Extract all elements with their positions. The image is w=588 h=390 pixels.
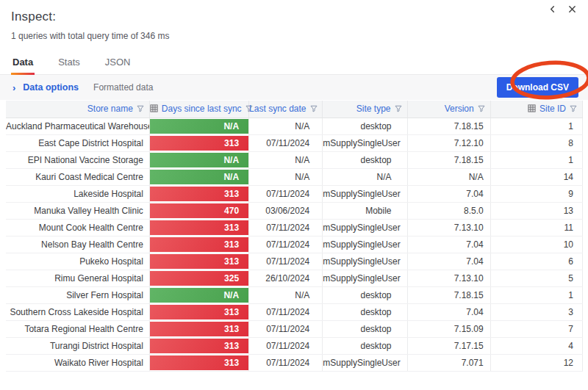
window-controls — [548, 5, 576, 13]
column-header-days-since-last-sync[interactable]: Days since last sync — [149, 101, 248, 118]
column-header-site-id[interactable]: Site ID — [490, 101, 582, 118]
cell-version: N/A — [407, 168, 490, 185]
cell-site_id: 3 — [490, 303, 582, 320]
tab-stats[interactable]: Stats — [57, 54, 82, 74]
cell-date: 07/11/2024 — [249, 185, 323, 202]
cell-site_type: desktop — [323, 118, 407, 134]
filter-icon[interactable] — [395, 105, 402, 112]
table-row: Auckland Pharmaceutical WarehouseN/AN/Ad… — [6, 118, 583, 134]
table-header-row: Store nameDays since last syncLast sync … — [6, 101, 583, 118]
data-table: Store nameDays since last syncLast sync … — [6, 101, 583, 372]
inspect-drawer: { "window": { "title": "Inspect:", "subt… — [0, 0, 588, 390]
cell-date: 07/11/2024 — [249, 354, 323, 371]
cell-store: Totara Regional Health Centre — [6, 320, 149, 337]
filter-icon[interactable] — [310, 105, 318, 112]
table-row: Waikato River Hospital31307/11/2024mSupp… — [6, 354, 583, 371]
cell-site_id: 12 — [490, 354, 582, 371]
cell-site_type: mSupplySingleUser — [323, 354, 407, 371]
cell-version: 7.04 — [407, 253, 490, 270]
cell-store: Silver Fern Hospital — [6, 286, 149, 303]
cell-version: 7.18.15 — [407, 151, 490, 168]
cell-store: Waikato River Hospital — [6, 354, 149, 371]
cell-site_type: mSupplySingleUser — [323, 134, 407, 151]
days-gauge-cell: 313 — [150, 305, 248, 319]
table-row: East Cape District Hospital31307/11/2024… — [6, 134, 583, 151]
inspect-header: Inspect: 1 queries with total query time… — [0, 0, 588, 41]
cell-version: 7.18.15 — [407, 286, 490, 303]
cell-days: 325 — [149, 270, 248, 286]
days-gauge-cell: 313 — [150, 187, 248, 201]
table-row: Lakeside Hospital31307/11/2024mSupplySin… — [6, 185, 583, 202]
cell-version: 7.12.10 — [407, 134, 490, 151]
cell-site_id: 14 — [490, 168, 582, 185]
days-gauge-cell: 313 — [150, 355, 248, 370]
days-gauge-cell: 470 — [150, 203, 248, 218]
cell-days: 313 — [149, 134, 248, 151]
column-header-version[interactable]: Version — [407, 101, 490, 118]
chevron-left-icon[interactable] — [548, 5, 556, 13]
cell-version: 7.15.09 — [407, 320, 490, 337]
cell-days: 313 — [149, 219, 248, 236]
cell-site_id: 8 — [490, 134, 582, 151]
cell-days: N/A — [149, 151, 248, 168]
cell-site_type: Mobile — [323, 202, 407, 219]
cell-date: 03/06/2024 — [249, 202, 323, 219]
days-gauge-cell: 313 — [150, 220, 248, 235]
table-row: Mount Cook Health Centre31307/11/2024mSu… — [6, 219, 583, 236]
table-row: Silver Fern HospitalN/AN/Adesktop7.18.15… — [6, 286, 583, 303]
cell-days: 313 — [149, 236, 248, 253]
cell-site_id: 5 — [490, 270, 582, 286]
data-options-summary: Formatted data — [93, 82, 153, 93]
cell-store: Pukeko Hospital — [6, 253, 149, 270]
table-row: Turangi District Hospital31307/11/2024de… — [6, 337, 583, 354]
column-header-last-sync-date[interactable]: Last sync date — [249, 101, 323, 118]
cell-version: 7.17.15 — [407, 337, 490, 354]
column-header-label: Last sync date — [249, 104, 306, 114]
cell-days: N/A — [149, 168, 248, 185]
cell-store: Lakeside Hospital — [6, 185, 149, 202]
cell-version: 7.04 — [407, 185, 490, 202]
close-icon[interactable] — [568, 5, 576, 13]
download-csv-button[interactable]: Download CSV — [497, 77, 578, 98]
grid-icon — [528, 104, 536, 112]
cell-date: 26/10/2024 — [249, 270, 323, 286]
column-header-site-type[interactable]: Site type — [323, 101, 407, 118]
table-row: Rimu General Hospital32526/10/2024mSuppl… — [6, 270, 583, 286]
cell-store: Rimu General Hospital — [6, 270, 149, 286]
table-body: Auckland Pharmaceutical WarehouseN/AN/Ad… — [6, 118, 583, 371]
cell-store: Southern Cross Lakeside Hospital — [6, 303, 149, 320]
data-options-toggle[interactable]: Data options — [23, 82, 79, 93]
cell-site_type: N/A — [323, 168, 407, 185]
cell-store: Turangi District Hospital — [6, 337, 149, 354]
days-gauge-cell: N/A — [150, 170, 248, 184]
cell-date: 07/11/2024 — [249, 236, 323, 253]
filter-icon[interactable] — [478, 105, 485, 112]
filter-icon[interactable] — [137, 105, 144, 112]
cell-site_id: 6 — [490, 253, 582, 270]
cell-store: Nelson Bay Health Centre — [6, 236, 149, 253]
table-row: Totara Regional Health Centre31307/11/20… — [6, 320, 583, 337]
table-row: Manuka Valley Health Clinic47003/06/2024… — [6, 202, 583, 219]
cell-site_id: 9 — [490, 185, 582, 202]
days-gauge-cell: 313 — [150, 322, 248, 336]
days-gauge-cell: 313 — [150, 254, 248, 269]
chevron-right-icon[interactable]: › — [12, 82, 15, 93]
cell-days: 313 — [149, 354, 248, 371]
tab-json[interactable]: JSON — [104, 54, 132, 74]
cell-store: EPI National Vaccine Storage — [6, 151, 149, 168]
cell-site_type: desktop — [323, 337, 407, 354]
tab-data[interactable]: Data — [11, 54, 35, 74]
cell-version: 7.04 — [407, 236, 490, 253]
column-header-store-name[interactable]: Store name — [6, 101, 149, 118]
cell-site_id: 1 — [490, 151, 582, 168]
cell-version: 7.18.15 — [407, 118, 490, 134]
cell-site_id: 13 — [490, 202, 582, 219]
table-row: Nelson Bay Health Centre31307/11/2024mSu… — [6, 236, 583, 253]
cell-days: N/A — [149, 286, 248, 303]
options-bar: › Data options Formatted data Download C… — [0, 75, 588, 100]
table-row: Pukeko Hospital31307/11/2024mSupplySingl… — [6, 253, 583, 270]
days-gauge-cell: 325 — [150, 271, 248, 286]
cell-store: Mount Cook Health Centre — [6, 219, 149, 236]
table-row: Southern Cross Lakeside Hospital31307/11… — [6, 303, 583, 320]
filter-icon[interactable] — [570, 105, 577, 112]
